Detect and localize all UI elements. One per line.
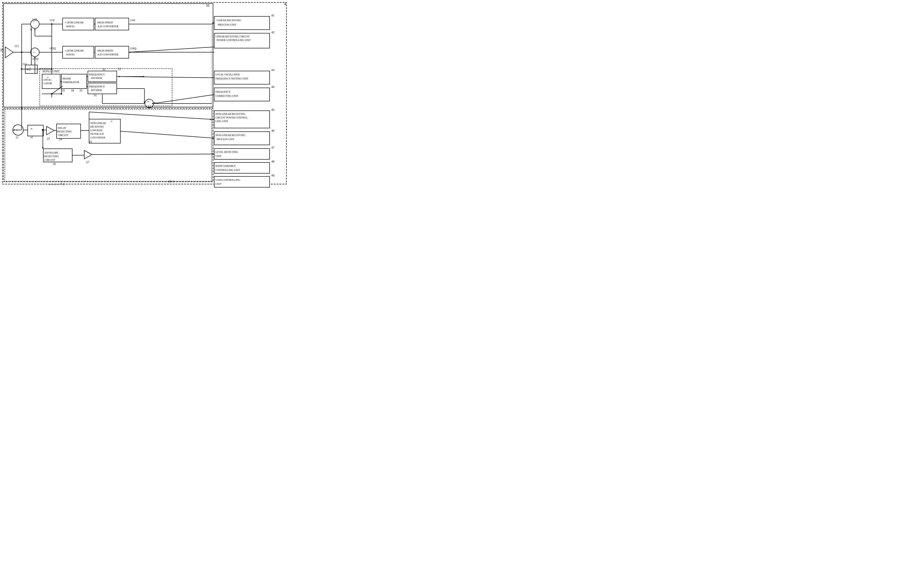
svg-text:CONVERTER: CONVERTER (90, 136, 105, 139)
unit44-num: 44 (271, 85, 275, 89)
svg-text:≈: ≈ (31, 127, 32, 131)
svg-rect-90 (214, 149, 270, 159)
label-31: 31 (94, 94, 97, 97)
unit41-num: 41 (271, 13, 274, 17)
svg-text:LATOR: LATOR (44, 82, 52, 85)
svg-text:WAVE): WAVE) (66, 25, 75, 28)
svg-text:DETECTING: DETECTING (44, 155, 59, 158)
label-50: 50 (148, 106, 151, 109)
label-115i: 115I (49, 19, 55, 22)
unit45-num: 45 (271, 108, 274, 112)
label-35: 35 (62, 89, 65, 92)
block4-label: 4 (284, 2, 286, 6)
label-112i: 112I (32, 18, 37, 21)
unit46-label: NON-LINEAR RECEIVING (215, 134, 245, 136)
label-25: 25 (89, 140, 92, 143)
unit43-num: 43 (271, 68, 274, 72)
svg-text:×: × (16, 128, 18, 132)
unit45-label: NON-LINEAR RECEIVING (215, 113, 245, 115)
svg-text:LOW-PASS: LOW-PASS (90, 129, 102, 132)
label-26: 26 (53, 162, 56, 165)
unit44-label: FREQUENCY (215, 91, 231, 93)
label-116i: 116I (130, 19, 135, 22)
label-115q: 115Q (49, 47, 56, 50)
unit42-num: 42 (271, 30, 274, 34)
label-32: 32 (102, 68, 105, 71)
unit42-label: LINEAR RECEIVING CIRCUIT (215, 35, 250, 38)
lpf-i-label: ≈ (FOR LINEAR (65, 21, 84, 24)
svg-text:COMPARATOR: COMPARATOR (62, 81, 79, 84)
svg-text:CORRECTING UNIT: CORRECTING UNIT (215, 95, 238, 97)
label-111: 111 (15, 44, 19, 48)
unit43-label: LOCAL OSCILLATED (215, 73, 240, 76)
unit41-label: LINEAR RECEIVING (217, 19, 241, 22)
block201-label: 20-1 (168, 180, 174, 183)
svg-text:DIVIDER: DIVIDER (91, 89, 102, 91)
svg-rect-94 (214, 177, 270, 187)
label-24: 24 (59, 138, 62, 141)
svg-rect-41 (42, 74, 60, 89)
svg-text:CONTROLLING UNIT: CONTROLLING UNIT (215, 169, 240, 172)
adc-q-label: HIGH-SPEED (97, 49, 113, 52)
label-114: 114 (23, 62, 27, 66)
svg-text:32: 32 (118, 67, 121, 71)
svg-text:CIRCUIT POWER CONTROL-: CIRCUIT POWER CONTROL- (215, 116, 248, 119)
svg-text:LING UNIT: LING UNIT (215, 120, 228, 123)
label-33: 33 (79, 89, 82, 92)
svg-rect-98 (28, 125, 43, 136)
unit48-num: 48 (271, 160, 274, 163)
freq-div31-label: FREQUENCY (89, 85, 105, 88)
circuit-diagram: 4 10 7-1 20-1 IF 111 × 112I × 112Q π/2 (0, 0, 289, 188)
label-27: 27 (86, 160, 89, 164)
freq-div32-label: FREQUENCY (89, 73, 105, 76)
lpf-q-label: ≈ (FOR LINEAR (65, 49, 84, 52)
delay-label: DELAY (58, 126, 66, 129)
svg-rect-28 (63, 18, 94, 30)
svg-text:PROCESS UNIT: PROCESS UNIT (217, 138, 235, 141)
label-34: 34 (71, 89, 74, 92)
svg-text:PROCESS UNIT: PROCESS UNIT (218, 23, 236, 26)
svg-text:POWER CONTROLLING UNIT: POWER CONTROLLING UNIT (217, 39, 251, 41)
label-21: 21 (16, 136, 19, 139)
label-116q: 116Q (130, 47, 136, 50)
svg-text:≈: ≈ (111, 120, 112, 123)
svg-rect-34 (63, 46, 94, 58)
svg-text:WAVE): WAVE) (66, 53, 75, 56)
unit47-num: 47 (271, 146, 275, 149)
nlr-label: NON-LINEAR (90, 122, 106, 125)
svg-text:CIRCUIT: CIRCUIT (45, 159, 55, 161)
unit48-label: BAND VARIABLY (215, 165, 236, 167)
block71-label: 7-1 (60, 183, 65, 186)
label-23: 23 (47, 137, 50, 140)
svg-point-132 (51, 23, 52, 25)
unit47-label: LEVEL DETECTING (215, 151, 238, 153)
svg-text:DETECTING: DETECTING (57, 130, 72, 133)
block10-label: 10 (206, 4, 209, 8)
adc-i-label: HIGH-SPEED (97, 21, 113, 24)
svg-text:FILTER-A/D: FILTER-A/D (90, 133, 104, 135)
svg-point-136 (21, 108, 23, 109)
svg-point-145 (61, 93, 62, 95)
svg-text:FREQUENCY SETTING UNIT: FREQUENCY SETTING UNIT (215, 77, 248, 80)
if-label: IF (0, 49, 3, 52)
svg-text:UNIT: UNIT (215, 183, 222, 185)
svg-text:UNIT: UNIT (215, 155, 222, 157)
svg-text:DIVIDER: DIVIDER (91, 76, 102, 79)
pll-label: 30:PLL UNIT (42, 69, 60, 73)
svg-text:A/D CONVERTER: A/D CONVERTER (97, 53, 119, 56)
svg-text:A/D CONVERTER: A/D CONVERTER (97, 25, 119, 28)
unit49-num: 49 (271, 173, 274, 177)
svg-rect-92 (214, 162, 270, 173)
svg-text:CIRCUIT: CIRCUIT (58, 134, 68, 136)
envelope-label: ENVELOPE (45, 151, 58, 154)
svg-text:∿: ∿ (147, 100, 149, 103)
unit49-label: GAIN CONTROLLING (215, 178, 240, 181)
phase-comp-label: PHASE (63, 77, 71, 80)
svg-text:≈: ≈ (47, 76, 49, 79)
svg-text:RECEIVING: RECEIVING (90, 125, 104, 128)
svg-text:×: × (33, 51, 35, 54)
svg-rect-36 (95, 46, 129, 58)
unit46-num: 46 (271, 129, 275, 132)
svg-rect-30 (95, 18, 129, 30)
label-22: 22 (30, 135, 33, 139)
